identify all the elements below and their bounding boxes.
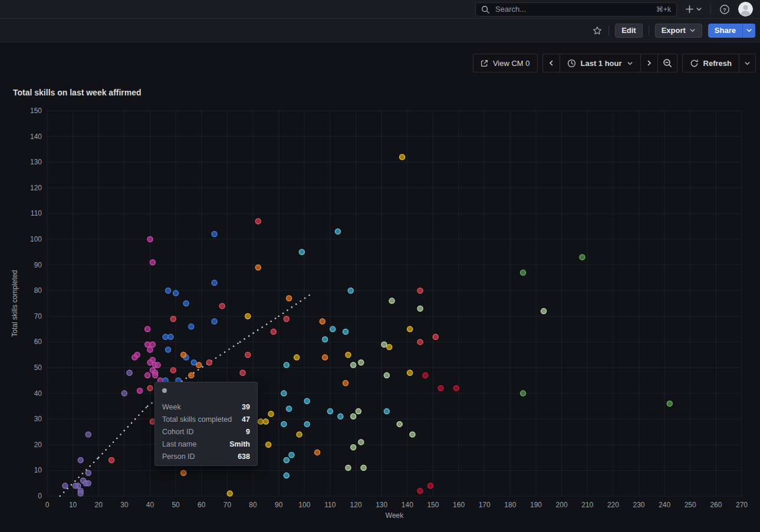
user-avatar[interactable] (738, 2, 753, 16)
data-point[interactable] (397, 421, 402, 427)
data-point[interactable] (132, 355, 137, 360)
data-point[interactable] (127, 370, 132, 375)
export-button[interactable]: Export (655, 24, 702, 38)
data-point[interactable] (356, 409, 361, 414)
data-point[interactable] (346, 465, 351, 471)
zoom-out-button[interactable] (657, 54, 677, 72)
data-point[interactable] (284, 362, 289, 368)
data-point[interactable] (219, 303, 225, 309)
data-point[interactable] (304, 421, 310, 427)
data-point[interactable] (384, 373, 389, 378)
data-point[interactable] (268, 411, 274, 417)
data-point[interactable] (417, 306, 423, 311)
data-point[interactable] (191, 360, 196, 365)
data-point[interactable] (73, 483, 78, 488)
data-point[interactable] (137, 388, 143, 394)
data-point[interactable] (417, 339, 423, 345)
data-point[interactable] (189, 373, 194, 378)
data-point[interactable] (541, 309, 547, 314)
refresh-button[interactable]: Refresh (682, 54, 739, 72)
data-point[interactable] (245, 313, 251, 319)
data-point[interactable] (358, 440, 364, 445)
data-point[interactable] (168, 334, 173, 339)
data-point[interactable] (85, 481, 91, 486)
data-point[interactable] (294, 355, 300, 360)
data-point[interactable] (410, 432, 415, 437)
data-point[interactable] (85, 432, 91, 437)
data-point[interactable] (315, 450, 320, 455)
data-point[interactable] (240, 370, 245, 375)
data-point[interactable] (181, 470, 186, 475)
data-point[interactable] (147, 360, 153, 365)
data-point[interactable] (173, 290, 179, 296)
data-point[interactable] (417, 488, 423, 494)
data-point[interactable] (78, 491, 83, 496)
data-point[interactable] (281, 421, 287, 427)
data-point[interactable] (212, 280, 217, 286)
data-point[interactable] (206, 360, 212, 365)
time-shift-forward-button[interactable] (640, 54, 658, 72)
data-point[interactable] (145, 342, 150, 347)
data-point[interactable] (255, 265, 261, 270)
data-point[interactable] (255, 219, 261, 224)
data-point[interactable] (258, 419, 264, 424)
new-button[interactable] (685, 5, 702, 14)
data-point[interactable] (580, 255, 585, 260)
data-point[interactable] (358, 360, 364, 365)
data-point[interactable] (351, 414, 356, 419)
data-point[interactable] (147, 385, 153, 391)
data-point[interactable] (351, 445, 356, 450)
data-point[interactable] (166, 347, 171, 352)
data-point[interactable] (189, 324, 194, 329)
data-point[interactable] (417, 288, 423, 293)
data-point[interactable] (287, 296, 292, 301)
data-point[interactable] (335, 229, 341, 234)
star-button[interactable] (592, 25, 603, 36)
data-point[interactable] (150, 260, 155, 265)
data-point[interactable] (284, 458, 289, 463)
data-point[interactable] (521, 270, 526, 275)
data-point[interactable] (453, 385, 459, 391)
data-point[interactable] (183, 301, 189, 306)
data-point[interactable] (245, 352, 251, 358)
data-point[interactable] (284, 473, 289, 478)
data-point[interactable] (147, 347, 153, 352)
data-point[interactable] (381, 342, 387, 347)
data-point[interactable] (361, 465, 366, 471)
data-point[interactable] (266, 442, 271, 447)
data-point[interactable] (338, 414, 343, 419)
data-point[interactable] (327, 409, 333, 414)
data-point[interactable] (145, 326, 150, 332)
data-point[interactable] (323, 337, 328, 342)
data-point[interactable] (166, 288, 171, 293)
data-point[interactable] (428, 483, 433, 488)
data-point[interactable] (387, 345, 392, 350)
data-point[interactable] (667, 401, 672, 407)
data-point[interactable] (150, 342, 155, 347)
search-input[interactable]: ⌘+k (475, 2, 677, 16)
search-field[interactable] (494, 4, 652, 14)
data-point[interactable] (85, 470, 91, 475)
data-point[interactable] (62, 483, 68, 488)
data-point[interactable] (433, 334, 438, 339)
refresh-interval-button[interactable] (739, 54, 756, 72)
data-point[interactable] (212, 232, 217, 237)
data-point[interactable] (348, 288, 353, 293)
data-point[interactable] (343, 329, 348, 335)
data-point[interactable] (343, 381, 348, 386)
data-point[interactable] (145, 373, 150, 378)
data-point[interactable] (351, 362, 356, 368)
help-button[interactable]: ? (719, 4, 730, 15)
data-point[interactable] (423, 373, 428, 378)
data-point[interactable] (147, 237, 153, 242)
edit-button[interactable]: Edit (615, 24, 643, 38)
data-point[interactable] (323, 355, 328, 360)
data-point[interactable] (521, 391, 526, 396)
data-point[interactable] (346, 352, 351, 358)
share-button[interactable]: Share (708, 24, 742, 38)
data-point[interactable] (227, 491, 232, 496)
data-point[interactable] (304, 398, 310, 404)
time-shift-back-button[interactable] (542, 54, 560, 72)
data-point[interactable] (284, 316, 289, 322)
data-point[interactable] (407, 370, 413, 375)
